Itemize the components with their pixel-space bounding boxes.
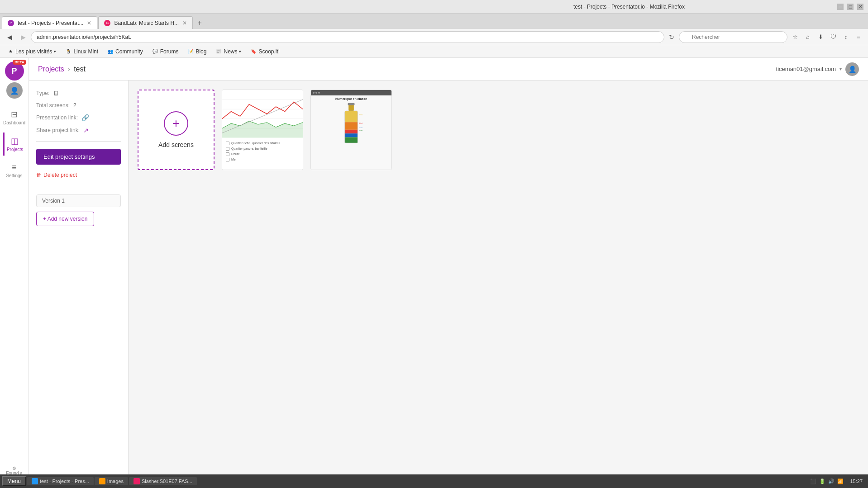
- delete-project-button[interactable]: 🗑 Delete project: [36, 170, 121, 180]
- screen-card-2[interactable]: Numerique en classe: [310, 90, 392, 170]
- bookmark-favicon-1: ★: [7, 48, 14, 55]
- bookmark-label-6: News: [224, 48, 237, 55]
- app-logo[interactable]: P BETA: [5, 62, 24, 81]
- tab-bandlab[interactable]: B BandLab: Music Starts H... ✕: [98, 16, 193, 29]
- forward-button[interactable]: ▶: [17, 31, 29, 43]
- close-button[interactable]: ✕: [857, 4, 863, 10]
- sidebar-nav: ⊟ Dashboard ◫ Projects ≡ Settings: [3, 106, 25, 462]
- sync-icon[interactable]: ↕: [840, 31, 852, 43]
- taskbar: Menu test - Projects - Pres... Images Sl…: [0, 474, 868, 488]
- taskbar-sys-icon-4: 📶: [837, 479, 844, 484]
- taskbar-item-1[interactable]: test - Projects - Pres...: [27, 477, 94, 485]
- url-bar[interactable]: [31, 31, 664, 43]
- user-avatar: 👤: [6, 82, 23, 99]
- add-screens-plus-icon: +: [164, 111, 188, 136]
- screen-card-1[interactable]: Quartier riche, quartier des affaires Qu…: [222, 90, 303, 170]
- tab-label-bandlab: BandLab: Music Starts H...: [114, 20, 179, 26]
- tab-label-presentator: test - Projects - Presentat...: [18, 20, 83, 26]
- chevron-down-icon: ▾: [54, 49, 56, 54]
- menu-icon[interactable]: ≡: [853, 31, 864, 43]
- shield-icon[interactable]: 🛡: [827, 31, 839, 43]
- sidebar-item-settings[interactable]: ≡ Settings: [3, 159, 25, 182]
- type-row: Type: 🖥: [36, 90, 121, 97]
- total-screens-value: 2: [73, 102, 76, 109]
- taskbar-item-3[interactable]: Slasher.S01E07.FAS...: [129, 477, 197, 485]
- taskbar-sys-icon-1: ⬛: [810, 479, 816, 484]
- bookmark-scoopit[interactable]: 🔖 Scoop.it!: [247, 47, 283, 56]
- svg-rect-8: [348, 103, 355, 105]
- screen2-nav-dots: [313, 92, 320, 94]
- toolbar-icons: ☆ ⌂ ⬇ 🛡 ↕ ≡: [789, 31, 864, 43]
- version-box[interactable]: Version 1: [36, 194, 121, 207]
- bookmark-forums[interactable]: 💬 Forums: [148, 47, 182, 56]
- presentation-link-icon[interactable]: 🔗: [81, 114, 89, 121]
- sidebar-item-label-settings: Settings: [6, 173, 22, 178]
- list-checkbox-3: [226, 152, 229, 156]
- svg-rect-12: [345, 133, 358, 137]
- bookmark-favicon-5: 📝: [187, 48, 194, 55]
- taskbar-menu-button[interactable]: Menu: [2, 476, 26, 486]
- screen2-title: Numerique en classe: [335, 97, 367, 100]
- taskbar-right: ⬛ 🔋 🔊 📶 15:27: [810, 479, 866, 484]
- minimize-button[interactable]: ─: [837, 4, 844, 10]
- presentation-link-label: Presentation link:: [36, 114, 78, 121]
- breadcrumb-projects-link[interactable]: Projects: [38, 65, 64, 73]
- home-icon[interactable]: ⌂: [802, 31, 814, 43]
- list-checkbox-1: [226, 142, 229, 145]
- add-new-version-button[interactable]: + Add new version: [36, 212, 94, 226]
- app-container: P BETA 👤 ⊟ Dashboard ◫ Projects ≡ Settin…: [0, 58, 868, 488]
- share-project-link-icon[interactable]: ↗: [83, 127, 89, 134]
- bookmark-favicon-6: 📰: [215, 48, 222, 55]
- reload-button[interactable]: ↻: [666, 32, 677, 43]
- add-screens-card[interactable]: + Add screens: [138, 90, 215, 170]
- browser-title: test - Projects - Presentator.io - Mozil…: [421, 4, 837, 10]
- sidebar-item-label-projects: Projects: [7, 147, 23, 152]
- user-avatar-header[interactable]: 👤: [845, 62, 859, 76]
- divider-1: [36, 141, 121, 142]
- svg-text:The Naysay: The Naysay: [359, 114, 363, 116]
- share-project-link-label: Share project link:: [36, 127, 80, 133]
- edit-project-button[interactable]: Edit project settings: [36, 149, 121, 165]
- tab-favicon-bandlab: B: [104, 20, 110, 26]
- bookmark-community[interactable]: 👥 Community: [104, 47, 147, 56]
- screens-area: + Add screens: [129, 81, 868, 475]
- bookmark-les-plus-visites[interactable]: ★ Les plus visités ▾: [4, 47, 60, 56]
- bookmark-linux-mint[interactable]: 🐧 Linux Mint: [62, 47, 102, 56]
- search-input[interactable]: [679, 31, 787, 43]
- left-panel: Type: 🖥 Total screens: 2 Presentation li…: [29, 81, 129, 475]
- bookmark-label-7: Scoop.it!: [258, 48, 280, 55]
- main-content: Type: 🖥 Total screens: 2 Presentation li…: [29, 81, 868, 475]
- bookmark-blog[interactable]: 📝 Blog: [184, 47, 210, 56]
- svg-rect-13: [345, 137, 358, 143]
- sidebar-item-projects[interactable]: ◫ Projects: [3, 133, 25, 156]
- back-button[interactable]: ◀: [4, 31, 15, 43]
- svg-rect-11: [345, 130, 358, 133]
- type-icon: 🖥: [53, 90, 59, 97]
- taskbar-item-2[interactable]: Images: [95, 477, 128, 485]
- taskbar-item-label-3: Slasher.S01E07.FAS...: [142, 479, 192, 484]
- nav-dot-2: [315, 92, 317, 94]
- tab-favicon-presentator: P: [8, 20, 14, 26]
- user-email[interactable]: ticeman01@gmail.com: [776, 66, 836, 72]
- share-project-link-row: Share project link: ↗: [36, 127, 121, 134]
- svg-text:3% active formula: 3% active formula: [359, 127, 363, 128]
- sidebar-item-dashboard[interactable]: ⊟ Dashboard: [3, 106, 25, 129]
- list-item-4: Mer: [226, 158, 299, 161]
- new-tab-button[interactable]: +: [194, 17, 205, 29]
- total-screens-row: Total screens: 2: [36, 102, 121, 109]
- bookmark-label-4: Forums: [160, 48, 179, 55]
- list-checkbox-4: [226, 158, 229, 161]
- taskbar-time: 15:27: [846, 479, 866, 484]
- chevron-down-icon-user[interactable]: ▾: [839, 66, 842, 71]
- tab-close-bandlab[interactable]: ✕: [182, 20, 187, 26]
- screen2-header: [311, 90, 391, 95]
- bookmark-news[interactable]: 📰 News ▾: [212, 47, 245, 56]
- tab-presentator[interactable]: P test - Projects - Presentat... ✕: [2, 16, 97, 29]
- projects-icon: ◫: [11, 136, 19, 146]
- bookmark-favicon-2: 🐧: [65, 48, 72, 55]
- bookmark-star-icon[interactable]: ☆: [789, 31, 801, 43]
- tab-close-presentator[interactable]: ✕: [87, 20, 91, 26]
- download-icon[interactable]: ⬇: [815, 31, 826, 43]
- presentation-link-row: Presentation link: 🔗: [36, 114, 121, 121]
- maximize-button[interactable]: □: [847, 4, 854, 10]
